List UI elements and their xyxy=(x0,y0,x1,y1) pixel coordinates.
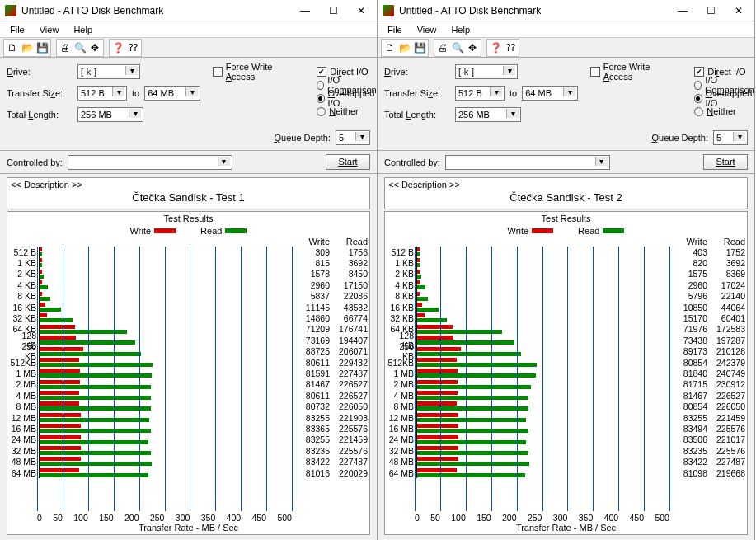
open-icon[interactable]: 📂 xyxy=(397,40,412,55)
transfer-size-from-combo[interactable]: 512 B xyxy=(77,86,127,101)
bar-area xyxy=(416,357,669,368)
read-bar xyxy=(417,352,521,356)
read-value: 60401 xyxy=(707,313,745,323)
write-bar xyxy=(40,413,81,417)
write-bar xyxy=(40,303,45,307)
row-label: 16 KB xyxy=(9,303,39,312)
maximize-button[interactable]: ☐ xyxy=(326,3,340,18)
write-value: 5796 xyxy=(669,291,707,301)
read-bar xyxy=(417,285,425,289)
print-icon[interactable]: 🖨 xyxy=(435,40,450,55)
read-value: 221017 xyxy=(707,434,745,444)
result-row: 1 MB81840240749 xyxy=(385,368,747,378)
row-label: 32 MB xyxy=(9,446,39,456)
write-value: 81098 xyxy=(669,468,707,478)
open-icon[interactable]: 📂 xyxy=(20,40,35,55)
bar-area xyxy=(39,379,292,390)
result-row: 24 MB83506221017 xyxy=(385,434,747,445)
close-button[interactable]: ✕ xyxy=(731,3,746,18)
preview-icon[interactable]: 🔍 xyxy=(450,40,465,55)
transfer-size-to-combo[interactable]: 64 MB xyxy=(144,86,200,101)
preview-icon[interactable]: 🔍 xyxy=(73,40,87,55)
read-value: 227487 xyxy=(707,457,745,467)
new-icon[interactable]: 🗋 xyxy=(5,40,20,55)
bar-area xyxy=(39,412,292,423)
read-bar xyxy=(417,318,447,322)
write-bar xyxy=(417,270,420,274)
menu-view[interactable]: View xyxy=(412,25,442,35)
whatsthis-icon[interactable]: ⁇ xyxy=(503,40,518,55)
bar-area xyxy=(39,467,292,478)
transfer-size-from-combo[interactable]: 512 B xyxy=(455,86,505,101)
read-value: 226050 xyxy=(330,401,368,411)
whatsthis-icon[interactable]: ⁇ xyxy=(125,40,140,55)
save-icon[interactable]: 💾 xyxy=(412,40,427,55)
maximize-button[interactable]: ☐ xyxy=(703,3,718,18)
print-icon[interactable]: 🖨 xyxy=(58,40,73,55)
to-label: to xyxy=(509,88,517,98)
menu-file[interactable]: File xyxy=(5,25,30,35)
row-label: 2 MB xyxy=(387,379,416,389)
write-value: 2960 xyxy=(292,280,330,290)
transfer-size-to-combo[interactable]: 64 MB xyxy=(522,86,578,101)
write-value: 309 xyxy=(292,247,330,257)
force-write-checkbox[interactable]: Force Write Access xyxy=(590,65,678,78)
read-bar xyxy=(40,462,152,466)
read-bar xyxy=(417,373,536,378)
start-button[interactable]: Start xyxy=(326,154,370,170)
result-row: 4 KB296017024 xyxy=(385,279,747,290)
menu-file[interactable]: File xyxy=(383,25,407,35)
menu-help[interactable]: Help xyxy=(68,25,97,35)
drive-combo[interactable]: [-k-] xyxy=(77,64,140,79)
save-icon[interactable]: 💾 xyxy=(35,40,49,55)
bar-area xyxy=(39,324,292,335)
menu-help[interactable]: Help xyxy=(446,25,475,35)
minimize-button[interactable]: — xyxy=(675,3,690,18)
result-row: 8 MB80732226050 xyxy=(7,401,369,411)
legend-write: Write xyxy=(130,226,176,236)
read-bar xyxy=(417,340,514,345)
zoom-icon[interactable]: ✥ xyxy=(87,40,102,55)
x-axis-label: Transfer Rate - MB / Sec xyxy=(7,523,369,534)
row-label: 1 MB xyxy=(387,369,416,378)
result-row: 128 KB73169194407 xyxy=(7,335,369,345)
menu-view[interactable]: View xyxy=(35,25,64,35)
overlapped-io-radio[interactable]: Overlapped I/O xyxy=(317,92,378,105)
read-bar xyxy=(40,275,44,279)
row-label: 48 MB xyxy=(9,457,39,467)
write-bar xyxy=(40,292,42,296)
total-length-combo[interactable]: 256 MB xyxy=(455,107,521,122)
overlapped-io-radio[interactable]: Overlapped I/O xyxy=(694,92,755,105)
read-value: 227487 xyxy=(330,369,368,378)
drive-combo[interactable]: [-k-] xyxy=(455,64,518,79)
total-length-label: Total Length: xyxy=(384,110,450,120)
minimize-button[interactable]: — xyxy=(298,3,312,18)
write-bar xyxy=(40,258,42,262)
result-row: 256 KB89173210128 xyxy=(385,346,747,357)
write-value: 80854 xyxy=(669,358,707,368)
bar-area xyxy=(39,257,292,268)
start-button[interactable]: Start xyxy=(703,154,748,170)
force-write-checkbox[interactable]: Force Write Access xyxy=(213,65,300,78)
result-row: 8 KB579622140 xyxy=(385,291,747,302)
row-label: 48 MB xyxy=(387,457,416,467)
zoom-icon[interactable]: ✥ xyxy=(465,40,480,55)
write-bar xyxy=(417,401,457,406)
controlled-by-combo[interactable] xyxy=(445,155,610,170)
help-icon[interactable]: ❓ xyxy=(488,40,503,55)
results-body: 512 B30917561 KB81536922 KB157884504 KB2… xyxy=(7,247,369,511)
queue-depth-combo[interactable]: 5 xyxy=(713,130,748,145)
legend-read: Read xyxy=(200,226,247,236)
controlled-by-combo[interactable] xyxy=(68,155,232,170)
help-icon[interactable]: ❓ xyxy=(110,40,125,55)
queue-depth-combo[interactable]: 5 xyxy=(336,130,370,145)
read-value: 225576 xyxy=(707,446,745,456)
close-button[interactable]: ✕ xyxy=(354,3,369,18)
read-bar xyxy=(417,363,537,367)
bar-area xyxy=(39,456,292,467)
write-bar xyxy=(40,446,81,450)
new-icon[interactable]: 🗋 xyxy=(383,40,397,55)
result-row: 512 B3091756 xyxy=(7,247,369,257)
write-bar xyxy=(417,413,458,417)
total-length-combo[interactable]: 256 MB xyxy=(77,107,143,122)
